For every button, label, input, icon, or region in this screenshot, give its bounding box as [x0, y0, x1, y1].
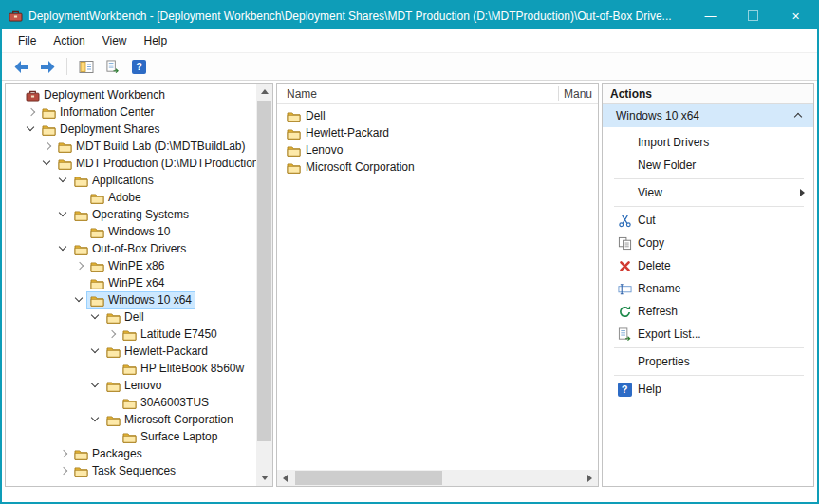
expander-expanded-icon[interactable]	[57, 208, 70, 221]
action-copy[interactable]: Copy	[603, 232, 813, 254]
maximize-button[interactable]	[732, 2, 774, 29]
tree-item-label: Deployment Workbench	[44, 88, 165, 102]
tree-item-label: Lenovo	[124, 379, 161, 392]
action-delete[interactable]: Delete	[603, 254, 813, 277]
expander-collapsed-icon[interactable]	[25, 105, 38, 119]
scroll-left-icon	[283, 475, 288, 482]
action-rename[interactable]: Rename	[603, 277, 813, 300]
workbench-icon	[26, 89, 40, 102]
tree-item-packages[interactable]: Packages	[6, 445, 256, 462]
tree-item-adobe[interactable]: Adobe	[6, 189, 256, 206]
collapse-chevron-icon[interactable]	[792, 110, 804, 121]
tree-item-lenovo[interactable]: Lenovo	[6, 377, 256, 394]
expander-collapsed-icon[interactable]	[57, 464, 70, 477]
scroll-left-button[interactable]	[277, 470, 293, 486]
tree-item-dell[interactable]: Dell	[6, 308, 256, 326]
tree-item-task-sequences[interactable]: Task Sequences	[6, 462, 256, 479]
action-help[interactable]: ?Help	[603, 378, 813, 401]
tree-item-hp-elitebook-8560w[interactable]: HP EliteBook 8560w	[6, 360, 256, 377]
cut-icon	[614, 214, 635, 228]
tree-item-mdt-build-lab-d-mdtbuildlab[interactable]: MDT Build Lab (D:\MDTBuildLab)	[6, 138, 256, 155]
menu-help[interactable]: Help	[136, 31, 177, 50]
tree-item-microsoft-corporation[interactable]: Microsoft Corporation	[6, 411, 256, 428]
column-header-manufacturer[interactable]: Manu	[559, 87, 598, 101]
folder-icon	[42, 123, 56, 136]
folder-icon	[287, 144, 301, 157]
tree-item-deployment-shares[interactable]: Deployment Shares	[6, 121, 256, 138]
expander-collapsed-icon[interactable]	[105, 327, 119, 341]
expander-expanded-icon[interactable]	[89, 413, 102, 426]
tree-item-operating-systems[interactable]: Operating Systems	[6, 206, 256, 223]
action-view[interactable]: View	[603, 181, 813, 204]
tree-item-30a6003tus[interactable]: 30A6003TUS	[6, 394, 256, 411]
tree-item-mdt-production-d-mdtproduction[interactable]: MDT Production (D:\MDTProduction)	[6, 155, 256, 172]
scroll-up-button[interactable]	[256, 84, 272, 100]
app-icon	[9, 9, 23, 22]
vertical-scrollbar[interactable]	[256, 84, 272, 486]
tree-item-windows-10-x64[interactable]: Windows 10 x64	[6, 291, 256, 308]
menu-action[interactable]: Action	[45, 31, 93, 50]
back-button[interactable]	[10, 56, 32, 78]
tree-item-deployment-workbench[interactable]: Deployment Workbench	[6, 86, 256, 103]
window-title: DeploymentWorkbench - [Deployment Workbe…	[28, 9, 689, 23]
expander-expanded-icon[interactable]	[73, 293, 86, 307]
tree-item-surface-laptop[interactable]: Surface Laptop	[6, 428, 256, 445]
minimize-button[interactable]: —	[689, 2, 732, 29]
action-properties[interactable]: Properties	[603, 350, 813, 373]
actions-group-header[interactable]: Windows 10 x64	[603, 104, 813, 127]
expander-expanded-icon[interactable]	[89, 345, 102, 358]
tree-item-applications[interactable]: Applications	[6, 172, 256, 189]
tree-item-label: Windows 10 x64	[108, 293, 192, 307]
action-new-folder[interactable]: New Folder	[603, 154, 813, 177]
list-item-hewlett-packard[interactable]: Hewlett-Packard	[277, 124, 598, 141]
tree-item-label: Packages	[92, 447, 142, 460]
close-button[interactable]: ×	[774, 2, 817, 29]
tree-item-windows-10[interactable]: Windows 10	[6, 223, 256, 240]
back-arrow-icon	[13, 60, 29, 74]
tree-item-label: Applications	[92, 174, 154, 187]
expander-expanded-icon[interactable]	[89, 310, 102, 324]
expander-expanded-icon[interactable]	[89, 379, 102, 392]
menu-file[interactable]: File	[9, 31, 45, 50]
forward-button[interactable]	[37, 56, 59, 78]
expander-collapsed-icon[interactable]	[73, 259, 86, 272]
scroll-right-button[interactable]	[582, 470, 598, 486]
action-export-list[interactable]: Export List...	[603, 323, 813, 345]
expander-expanded-icon[interactable]	[41, 157, 54, 170]
scrollbar-track[interactable]	[293, 470, 582, 486]
tree-item-information-center[interactable]: Information Center	[6, 103, 256, 121]
column-header-name[interactable]: Name	[277, 87, 558, 101]
expander-expanded-icon[interactable]	[57, 174, 70, 187]
horizontal-scrollbar[interactable]	[277, 470, 598, 486]
menu-view[interactable]: View	[94, 31, 136, 50]
tree-item-winpe-x64[interactable]: WinPE x64	[6, 274, 256, 291]
action-cut[interactable]: Cut	[603, 209, 813, 232]
show-console-tree-button[interactable]	[75, 56, 97, 78]
scroll-down-button[interactable]	[256, 470, 272, 486]
action-refresh[interactable]: Refresh	[603, 300, 813, 323]
title-bar[interactable]: DeploymentWorkbench - [Deployment Workbe…	[2, 2, 817, 29]
tree-item-winpe-x86[interactable]: WinPE x86	[6, 257, 256, 274]
expander-collapsed-icon[interactable]	[57, 447, 70, 460]
list-item-microsoft-corporation[interactable]: Microsoft Corporation	[277, 159, 598, 176]
folder-icon	[287, 161, 301, 174]
scrollbar-track[interactable]	[256, 100, 272, 470]
folder-icon	[90, 260, 104, 272]
expander-placeholder	[105, 430, 119, 443]
expander-expanded-icon[interactable]	[25, 122, 38, 136]
action-import-drivers[interactable]: Import Drivers	[603, 131, 813, 154]
expander-collapsed-icon[interactable]	[41, 140, 54, 153]
export-list-button[interactable]	[102, 56, 123, 78]
list-item-dell[interactable]: Dell	[277, 107, 598, 124]
expander-expanded-icon[interactable]	[57, 242, 70, 255]
expander-placeholder	[73, 276, 86, 289]
tree-item-label: Latitude E7450	[140, 327, 217, 341]
list-item-lenovo[interactable]: Lenovo	[277, 141, 598, 159]
tree-item-out-of-box-drivers[interactable]: Out-of-Box Drivers	[6, 240, 256, 257]
folder-icon	[42, 106, 56, 119]
scrollbar-thumb[interactable]	[295, 471, 442, 485]
tree-item-latitude-e7450[interactable]: Latitude E7450	[6, 326, 256, 343]
tree-item-hewlett-packard[interactable]: Hewlett-Packard	[6, 343, 256, 360]
help-button[interactable]: ?	[128, 56, 150, 78]
scrollbar-thumb[interactable]	[257, 101, 271, 441]
